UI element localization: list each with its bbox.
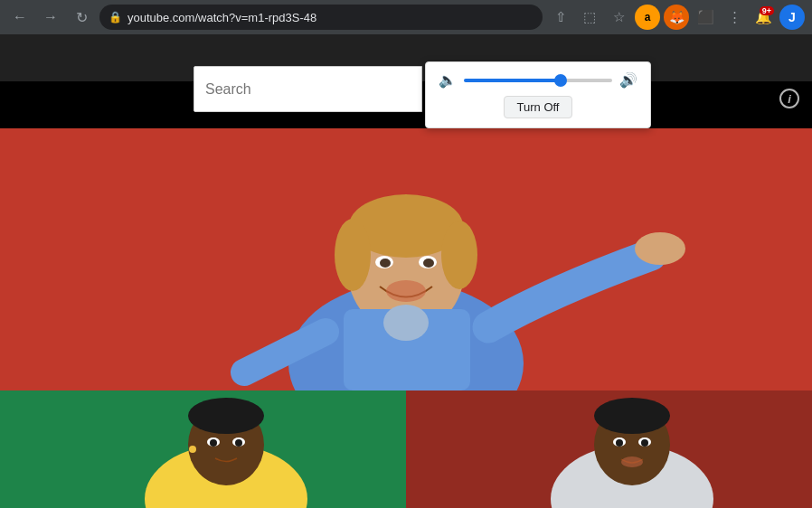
svg-point-14 xyxy=(635,232,685,265)
svg-point-9 xyxy=(380,259,391,268)
amazon-icon[interactable]: a xyxy=(635,5,660,30)
main-video-frame xyxy=(0,128,812,390)
extensions-icon[interactable]: ⬛ xyxy=(693,5,718,30)
svg-point-23 xyxy=(235,439,242,447)
bottom-videos xyxy=(0,390,812,508)
star-icon[interactable]: ☆ xyxy=(606,5,631,30)
svg-point-34 xyxy=(621,456,643,467)
search-input[interactable] xyxy=(205,81,411,98)
search-bar[interactable] xyxy=(194,66,422,112)
svg-point-33 xyxy=(641,439,648,447)
volume-slider-row: 🔈 🔊 xyxy=(439,71,637,89)
bottom-left-svg xyxy=(0,390,406,508)
toolbar-icons: ⇧ ⬚ ☆ a 🦊 ⬛ ⋮ 🔔 9+ J xyxy=(548,5,805,30)
svg-point-29 xyxy=(594,398,670,434)
video-area: i xyxy=(0,81,812,508)
volume-slider-thumb[interactable] xyxy=(554,74,567,87)
bottom-left-video xyxy=(0,390,406,508)
menu-icon[interactable]: ⋮ xyxy=(722,5,747,30)
browser-chrome: ← → ↻ 🔒 youtube.com/watch?v=m1-rpd3S-48 … xyxy=(0,0,812,34)
back-button[interactable]: ← xyxy=(7,5,33,30)
svg-point-11 xyxy=(386,280,426,302)
forward-button[interactable]: → xyxy=(38,5,63,30)
lock-icon: 🔒 xyxy=(109,11,122,24)
firefox-icon[interactable]: 🦊 xyxy=(664,5,689,30)
youtube-header: 🔈 🔊 Turn Off xyxy=(0,34,812,81)
svg-point-32 xyxy=(616,439,623,447)
bottom-right-svg xyxy=(406,390,812,508)
volume-high-icon: 🔊 xyxy=(619,71,637,89)
main-video-svg xyxy=(0,128,812,390)
svg-point-5 xyxy=(335,219,371,291)
svg-point-6 xyxy=(441,221,477,289)
profile-avatar[interactable]: J xyxy=(779,5,805,30)
volume-popup: 🔈 🔊 Turn Off xyxy=(425,61,651,128)
volume-low-icon: 🔈 xyxy=(439,71,457,89)
volume-slider-track[interactable] xyxy=(464,79,612,82)
share-icon[interactable]: ⇧ xyxy=(548,5,573,30)
bottom-right-video xyxy=(406,390,812,508)
reload-button[interactable]: ↻ xyxy=(69,5,94,30)
url-text: youtube.com/watch?v=m1-rpd3S-48 xyxy=(127,11,316,24)
svg-point-19 xyxy=(188,398,264,434)
svg-point-10 xyxy=(423,259,434,268)
svg-point-24 xyxy=(189,446,196,453)
info-button[interactable]: i xyxy=(779,89,799,108)
cast-icon[interactable]: ⬚ xyxy=(577,5,602,30)
address-bar[interactable]: 🔒 youtube.com/watch?v=m1-rpd3S-48 xyxy=(99,5,543,30)
turn-off-button[interactable]: Turn Off xyxy=(504,96,573,118)
svg-point-22 xyxy=(210,439,217,447)
notification-badge: 9+ xyxy=(760,6,774,15)
search-bar-wrapper xyxy=(194,66,422,112)
svg-point-13 xyxy=(383,305,429,341)
